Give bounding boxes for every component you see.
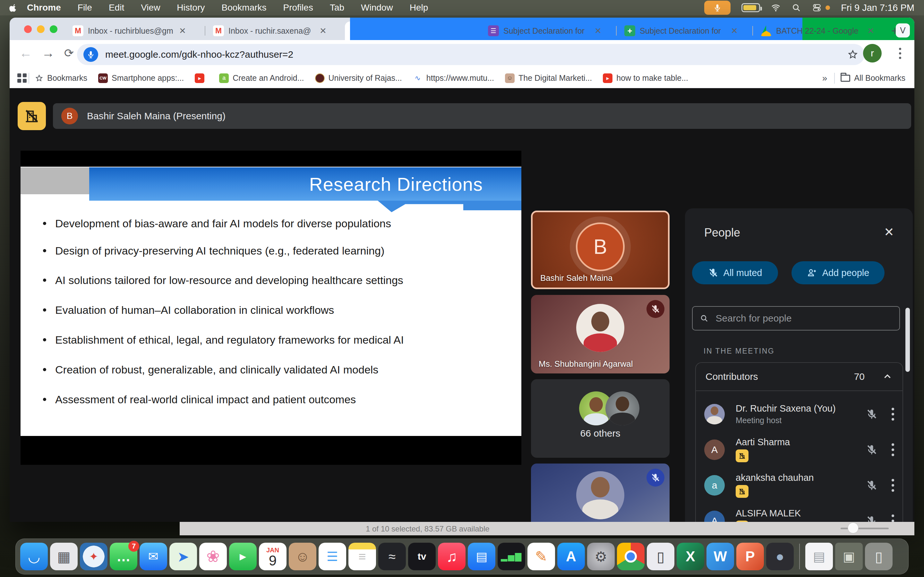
- close-panel-icon[interactable]: ✕: [884, 225, 894, 239]
- trash-dock-icon[interactable]: ▯: [865, 543, 893, 570]
- all-muted-button[interactable]: All muted: [692, 261, 778, 284]
- close-tab-icon[interactable]: ✕: [731, 26, 738, 36]
- app-store-dock-icon[interactable]: A: [557, 543, 585, 570]
- menubar-mic-in-use-indicator[interactable]: [704, 1, 730, 15]
- url-text[interactable]: meet.google.com/gdk-nhoo-kcz?authuser=2: [105, 49, 847, 60]
- tab-gmail-1[interactable]: M Inbox - ruchirblues@gm✕: [67, 21, 202, 40]
- apple-tv-dock-icon[interactable]: tv: [408, 543, 436, 570]
- battery-icon: [741, 3, 760, 12]
- contributors-header[interactable]: Contributors 70: [696, 363, 903, 391]
- back-button[interactable]: ←: [19, 46, 32, 60]
- contacts-dock-icon[interactable]: ☺: [289, 543, 317, 570]
- participant-options-icon[interactable]: [892, 514, 894, 522]
- photos-dock-icon[interactable]: ❀: [199, 543, 227, 570]
- facetime-dock-icon[interactable]: ►: [229, 543, 257, 570]
- bookmark-how-to-make-table[interactable]: ▸ how to make table...: [603, 73, 688, 83]
- reminders-dock-icon[interactable]: ☰: [318, 543, 346, 570]
- bookmarks-overflow-chevron[interactable]: »: [822, 73, 827, 83]
- tile-shubhangini-agarwal[interactable]: Ms. Shubhangini Agarwal: [531, 295, 670, 374]
- mail-dock-icon[interactable]: ✉: [140, 543, 167, 570]
- site-mic-permission-icon[interactable]: [83, 47, 98, 62]
- maps-dock-icon[interactable]: ➤: [170, 543, 197, 570]
- messages-dock-icon[interactable]: … 7: [110, 543, 137, 570]
- close-tab-icon[interactable]: ✕: [594, 26, 602, 36]
- apps-grid-icon[interactable]: [17, 73, 27, 83]
- bookmark-mutual-fund[interactable]: ∿ https://www.mutu...: [413, 73, 494, 83]
- menu-app-name[interactable]: Chrome: [27, 3, 61, 13]
- menu-tab[interactable]: Tab: [330, 3, 344, 13]
- pages-dock-icon[interactable]: ✎: [527, 543, 555, 570]
- menu-view[interactable]: View: [141, 3, 160, 13]
- notes-dock-icon[interactable]: ≡: [349, 543, 376, 570]
- powerpoint-dock-icon[interactable]: P: [736, 543, 764, 570]
- tile-66-others[interactable]: 66 others: [531, 379, 670, 458]
- profile-avatar[interactable]: r: [863, 44, 882, 63]
- finder-zoom-knob[interactable]: [848, 522, 859, 533]
- tab-forms[interactable]: ☰ Subject Declaration for✕: [483, 21, 614, 40]
- wifi-icon[interactable]: [771, 3, 780, 13]
- zoom-window-button[interactable]: [50, 25, 57, 33]
- participant-options-icon[interactable]: [892, 443, 894, 456]
- bookmark-university[interactable]: University of Rajas...: [315, 73, 402, 83]
- tab-sheets[interactable]: + Subject Declaration for✕: [619, 21, 751, 40]
- bookmark-smartphone-apps[interactable]: CW Smartphone apps:...: [98, 73, 184, 83]
- tab-gmail-2[interactable]: M Inbox - ruchir.saxena@✕: [208, 21, 342, 40]
- menu-bookmarks[interactable]: Bookmarks: [221, 3, 266, 13]
- chrome-menu-icon[interactable]: [899, 48, 901, 59]
- add-people-button[interactable]: Add people: [792, 261, 885, 284]
- menu-edit[interactable]: Edit: [109, 3, 124, 13]
- launchpad-dock-icon[interactable]: ▦: [50, 543, 78, 570]
- tab-strip: M Inbox - ruchirblues@gm✕ M Inbox - ruch…: [10, 18, 914, 40]
- tile-bashir-saleh-maina[interactable]: B Bashir Saleh Maina: [531, 211, 670, 289]
- watermark-off-icon[interactable]: [18, 102, 46, 130]
- menu-file[interactable]: File: [78, 3, 92, 13]
- utility-app-dock-icon[interactable]: ●: [766, 543, 794, 570]
- participant-options-icon[interactable]: [892, 408, 894, 421]
- keynote-dock-icon[interactable]: ▤: [468, 543, 495, 570]
- minimized-window-dock-icon[interactable]: ▣: [835, 543, 863, 570]
- calendar-dock-icon[interactable]: JAN9: [259, 543, 286, 570]
- safari-dock-icon[interactable]: ✦: [80, 543, 107, 570]
- reload-button[interactable]: ⟳: [64, 47, 74, 60]
- bookmark-bookmarks-folder[interactable]: Bookmarks: [35, 73, 87, 83]
- tab-search-chevron[interactable]: ᐯ: [896, 23, 910, 37]
- iphone-mirroring-dock-icon[interactable]: ▯: [647, 543, 674, 570]
- chrome-dock-icon[interactable]: [617, 543, 645, 570]
- bookmark-digital-marketing[interactable]: ☺ The Digital Marketi...: [505, 73, 592, 83]
- finder-dock-icon[interactable]: ◡: [20, 543, 48, 570]
- menubar-clock[interactable]: Fri 9 Jan 7:16 PM: [841, 3, 914, 13]
- menu-history[interactable]: History: [177, 3, 205, 13]
- music-dock-icon[interactable]: ♫: [438, 543, 465, 570]
- apple-menu-icon[interactable]: [9, 3, 18, 12]
- menu-window[interactable]: Window: [361, 3, 393, 13]
- address-bar[interactable]: meet.google.com/gdk-nhoo-kcz?authuser=2: [77, 44, 865, 65]
- system-settings-dock-icon[interactable]: ⚙: [587, 543, 615, 570]
- all-bookmarks-folder[interactable]: All Bookmarks: [841, 73, 905, 83]
- participant-options-icon[interactable]: [892, 479, 894, 492]
- search-people-input[interactable]: [715, 313, 892, 324]
- stocks-chart-dock-icon[interactable]: ▂▅▇: [498, 543, 525, 570]
- menu-profiles[interactable]: Profiles: [283, 3, 313, 13]
- forward-button[interactable]: →: [42, 46, 55, 60]
- panel-scrollbar[interactable]: [905, 308, 910, 372]
- excel-dock-icon[interactable]: X: [677, 543, 704, 570]
- tab-drive[interactable]: BATCH 22-24 - Google✕: [756, 21, 887, 40]
- document-file-dock-icon[interactable]: ▤: [805, 543, 833, 570]
- control-center-icon[interactable]: [812, 3, 822, 13]
- spotlight-search-icon[interactable]: [792, 3, 801, 13]
- garageband-dock-icon[interactable]: ≈: [378, 543, 406, 570]
- close-tab-icon[interactable]: ✕: [179, 26, 186, 36]
- minimize-window-button[interactable]: [37, 25, 45, 33]
- search-people-box[interactable]: [692, 306, 900, 330]
- bookmark-youtube[interactable]: ▸: [195, 73, 208, 83]
- bookmark-create-android[interactable]: a Create an Android...: [219, 73, 304, 83]
- tab-meet-active[interactable]: Meet - FDP on Adva ✕: [345, 21, 480, 40]
- menu-help[interactable]: Help: [410, 3, 428, 13]
- close-window-button[interactable]: [24, 25, 32, 33]
- close-tab-icon[interactable]: ✕: [867, 26, 874, 36]
- close-tab-icon[interactable]: ✕: [320, 26, 326, 36]
- collapse-chevron-icon[interactable]: [882, 371, 893, 382]
- bookmark-star-icon[interactable]: [847, 49, 858, 60]
- tile-ruchir-saxena[interactable]: Dr. Ruchir Saxena: [531, 464, 670, 522]
- word-dock-icon[interactable]: W: [706, 543, 734, 570]
